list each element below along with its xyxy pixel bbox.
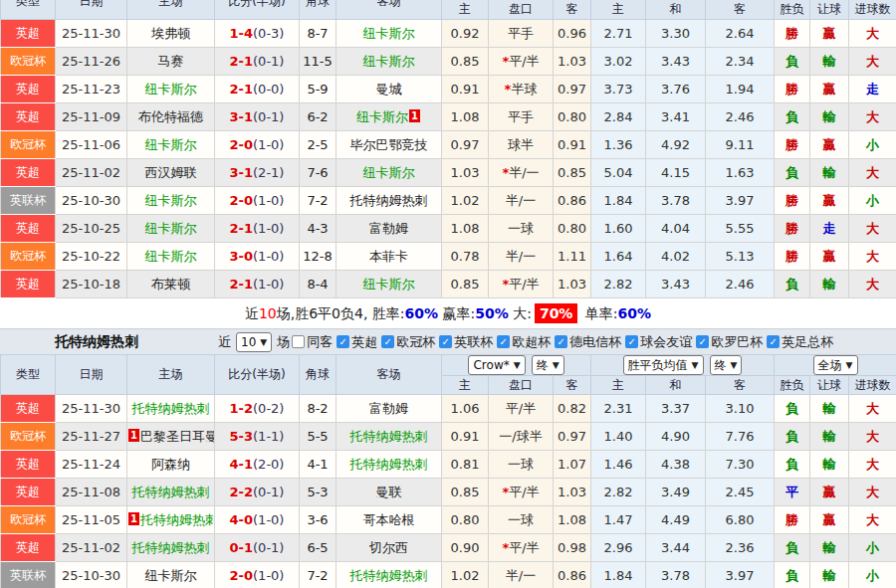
away-team-cell: 托特纳姆热刺 (336, 423, 442, 451)
result-handicap: 輸 (810, 48, 849, 76)
score-cell: 1-2(0-2) (215, 395, 300, 423)
eu-draw-odds: 4.15 (646, 159, 706, 187)
eu-select-group: 胜平负均值 ▼ 终 ▼ (591, 355, 775, 376)
league-checkbox[interactable]: ✓ (497, 335, 510, 348)
ah-handicap: 平手 (489, 103, 554, 131)
league-filter[interactable]: ✓英足总杯 (767, 333, 833, 351)
league-checkbox[interactable]: ✓ (439, 335, 452, 348)
eu-final-select[interactable]: 终 ▼ (710, 355, 743, 375)
away-team-cell: 托特纳姆热刺 (336, 451, 442, 479)
fulltime-score: 4-1 (230, 457, 254, 472)
same-away-label: 同客 (307, 333, 333, 351)
result-handicap: 輸 (810, 423, 849, 451)
handicap-line: 半/一 (506, 193, 536, 208)
home-team-cell: 埃弗顿 (127, 20, 215, 48)
match-date: 25-10-22 (56, 243, 127, 271)
score-cell: 2-2(0-1) (215, 479, 300, 506)
team-name: 纽卡斯尔 (145, 221, 197, 236)
eu-avg-select[interactable]: 胜平负均值 ▼ (623, 355, 704, 375)
fulltime-score: 2-1 (230, 277, 254, 292)
corners-cell: 7-2 (300, 562, 336, 588)
ah-handicap: *半/一 (489, 159, 554, 187)
col-header-type: 类型 (1, 355, 56, 395)
league-checkbox[interactable]: ✓ (767, 335, 780, 348)
league-filter[interactable]: ✓欧罗巴杯 (696, 333, 763, 351)
result-goals: 大 (849, 48, 896, 76)
league-filter[interactable]: ✓英超 (336, 333, 377, 351)
recent-count-select[interactable]: 10 ▼ (236, 332, 272, 352)
scope-select[interactable]: 全场 ▼ (813, 355, 858, 375)
home-team-cell: 纽卡斯尔 (127, 131, 215, 159)
col-header-home: 主场 (127, 355, 215, 395)
team-name: 曼联 (376, 485, 402, 499)
same-away-filter[interactable]: 同客 (292, 333, 333, 351)
corners-cell: 8-7 (300, 20, 336, 48)
bookmaker-select[interactable]: Crow* ▼ (468, 355, 525, 375)
league-filter[interactable]: ✓欧冠杯 (381, 333, 435, 351)
match-history-panel: 类型 日期 主场 比分(半场) 角球 客场 主 盘口 客 主 和 客 胜负 让球… (0, 0, 896, 588)
league-filter[interactable]: ✓英联杯 (439, 333, 493, 351)
eu-away-odds: 1.94 (706, 76, 775, 103)
away-team-cell: 哥本哈根 (336, 506, 442, 534)
league-checkbox[interactable]: ✓ (555, 335, 567, 348)
recent-count-value: 10 (241, 335, 256, 349)
league-checkbox[interactable]: ✓ (336, 335, 349, 348)
ah-handicap: 球半 (489, 131, 554, 159)
league-checkbox[interactable]: ✓ (381, 335, 394, 348)
summary-segment: 60% (618, 305, 652, 321)
halftime-score: (1-0) (253, 277, 284, 292)
chevron-down-icon: ▼ (731, 360, 738, 370)
home-team-cell: 纽卡斯尔 (127, 187, 215, 215)
ah-home-odds: 0.85 (442, 48, 489, 76)
score-cell: 2-0(1-0) (215, 131, 300, 159)
same-away-checkbox[interactable] (292, 335, 305, 348)
result-goals: 大 (849, 103, 896, 131)
match-date: 25-11-02 (56, 159, 127, 187)
table-newcastle-matches: 类型 日期 主场 比分(半场) 角球 客场 主 盘口 客 主 和 客 胜负 让球… (0, 0, 896, 298)
league-checkbox[interactable]: ✓ (625, 335, 638, 348)
league-checkbox[interactable]: ✓ (696, 335, 709, 348)
halftime-score: (1-0) (253, 249, 284, 264)
eu-home-odds: 1.40 (591, 423, 646, 451)
halftime-score: (1-1) (253, 429, 284, 444)
league-badge: 英超 (1, 451, 56, 479)
league-filter[interactable]: ✓球会友谊 (625, 333, 692, 351)
games-label: 场 (277, 333, 290, 351)
handicap-line: 一球 (508, 221, 534, 236)
halftime-score: (1-0) (253, 221, 284, 236)
away-team-cell: 本菲卡 (336, 243, 442, 271)
eu-away-odds: 3.97 (706, 187, 775, 215)
team-name: 富勒姆 (369, 401, 408, 416)
table2-header-row-selects: 类型 日期 主场 比分(半场) 角球 客场 Crow* ▼ 终 ▼ (1, 355, 896, 376)
eu-final-value: 终 (715, 357, 727, 374)
col-header-corners: 角球 (300, 355, 336, 395)
match-row: 英超25-11-09布伦特福德3-1(0-1)6-2纽卡斯尔11.08平手0.8… (1, 103, 896, 131)
league-filter[interactable]: ✓德电信杯 (555, 333, 621, 351)
ah-handicap: *平/半 (489, 271, 554, 298)
halftime-score: (1-0) (253, 512, 284, 527)
chevron-down-icon: ▼ (514, 360, 521, 370)
corners-cell: 3-6 (300, 506, 336, 534)
team-name: 曼城 (376, 82, 402, 97)
score-cell: 1-4(0-3) (215, 20, 300, 48)
match-row: 英联杯25-10-30纽卡斯尔2-0(1-0)7-2托特纳姆热刺1.02半/一0… (1, 187, 896, 215)
away-team-cell: 纽卡斯尔 (336, 20, 442, 48)
result-1x2: 負 (775, 534, 810, 562)
col-header-ah-line: 盘口 (489, 376, 554, 395)
ah-home-odds: 0.91 (442, 76, 489, 103)
score-cell: 2-0(1-0) (215, 187, 300, 215)
col-header-eu-home: 主 (591, 376, 646, 395)
col-header-corners: 角球 (300, 0, 336, 20)
result-goals: 小 (849, 562, 896, 588)
ah-handicap: 一球 (489, 506, 554, 534)
scope-value: 全场 (818, 357, 842, 374)
ah-final-select[interactable]: 终 ▼ (532, 355, 564, 375)
match-row: 英超25-11-02托特纳姆热刺0-1(0-1)6-5切尔西0.90*平/半0.… (1, 534, 896, 562)
col-header-goals-result: 进球数 (849, 376, 896, 395)
col-header-eu-away: 客 (706, 376, 775, 395)
league-filter[interactable]: ✓欧超杯 (497, 333, 551, 351)
team-name: 哥本哈根 (363, 512, 415, 527)
eu-draw-odds: 3.76 (646, 76, 706, 103)
league-badge: 欧冠杯 (1, 423, 56, 451)
match-row: 英超25-10-18布莱顿2-1(1-0)8-4纽卡斯尔0.85*平/半1.03… (1, 271, 896, 298)
